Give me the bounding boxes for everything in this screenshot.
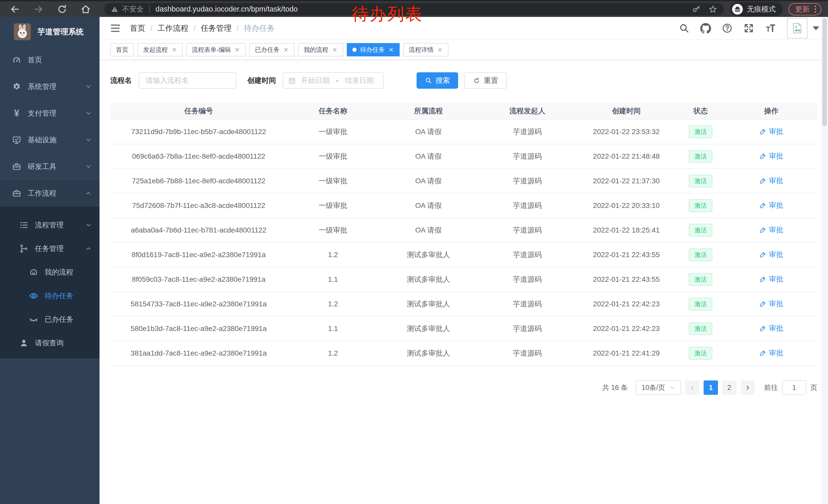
cell-task-name: 1.2 — [287, 242, 379, 267]
process-name-label: 流程名 — [110, 76, 132, 85]
approve-link[interactable]: 审批 — [759, 127, 783, 136]
close-icon[interactable] — [283, 47, 289, 53]
cell-action: 审批 — [726, 341, 817, 366]
eye-closed-icon — [29, 315, 38, 324]
edit-pencil-icon — [759, 202, 767, 209]
cell-status: 激活 — [676, 242, 726, 267]
next-page-button[interactable] — [741, 380, 755, 395]
cell-task-name: 一级审批 — [287, 120, 379, 144]
approve-link[interactable]: 审批 — [759, 250, 783, 260]
approve-link[interactable]: 审批 — [759, 151, 783, 161]
cell-created: 2022-01-22 23:53:32 — [577, 120, 676, 144]
font-size-icon[interactable] — [765, 23, 776, 34]
page-button-1[interactable]: 1 — [704, 380, 718, 395]
cell-task-id: 58154733-7ac8-11ec-a9e2-a2380e71991a — [110, 292, 287, 316]
browser-update-button[interactable]: 更新 — [788, 3, 821, 15]
sidebar-item-payment[interactable]: ¥ 支付管理 — [0, 100, 99, 127]
sidebar-item-infrastructure[interactable]: 基础设施 — [0, 127, 99, 153]
fullscreen-icon[interactable] — [743, 23, 754, 34]
browser-home-icon[interactable] — [81, 4, 91, 14]
tab-my-process[interactable]: 我的流程 — [298, 43, 343, 56]
browser-menu-icon[interactable] — [815, 6, 816, 13]
cell-process: OA 请假 — [379, 169, 478, 193]
sidebar-item-todo-tasks[interactable]: 待办任务 — [0, 284, 99, 308]
reset-button[interactable]: 重置 — [464, 72, 507, 89]
approve-link[interactable]: 审批 — [759, 225, 783, 235]
sidebar-fold-icon[interactable] — [110, 23, 121, 34]
sidebar-item-my-process[interactable]: 我的流程 — [0, 261, 99, 284]
close-icon[interactable] — [235, 47, 240, 53]
page-scrollbar[interactable] — [821, 17, 828, 504]
approve-link[interactable]: 审批 — [759, 200, 783, 210]
approve-link[interactable]: 审批 — [759, 324, 783, 333]
approve-link[interactable]: 审批 — [759, 299, 783, 309]
total-count: 共 16 条 — [602, 383, 628, 392]
search-icon[interactable] — [679, 23, 690, 34]
process-name-input[interactable] — [138, 72, 237, 89]
logo-rabbit-image — [14, 23, 31, 40]
help-icon[interactable] — [722, 23, 733, 34]
browser-forward-icon[interactable] — [33, 4, 44, 14]
tab-done-tasks[interactable]: 已办任务 — [249, 43, 294, 56]
avatar-caret-icon[interactable] — [813, 27, 819, 30]
cell-process: 测试多审批人 — [379, 292, 478, 316]
approve-link[interactable]: 审批 — [759, 176, 783, 186]
page-button-2[interactable]: 2 — [722, 380, 736, 395]
sidebar-item-process-management[interactable]: 流程管理 — [0, 213, 99, 237]
approve-link[interactable]: 审批 — [759, 348, 783, 358]
user-icon — [19, 338, 29, 348]
date-range-picker[interactable]: 开始日期 - 结束日期 — [283, 72, 384, 89]
breadcrumb-home[interactable]: 首页 — [130, 23, 145, 34]
edit-pencil-icon — [759, 128, 767, 135]
sidebar-item-task-management[interactable]: 任务管理 — [0, 237, 99, 261]
status-badge: 激活 — [689, 224, 712, 237]
scrollbar-thumb[interactable] — [822, 18, 827, 126]
chevron-down-icon — [85, 110, 92, 117]
start-date-placeholder[interactable]: 开始日期 — [296, 76, 334, 85]
sidebar-item-home[interactable]: 首页 — [0, 47, 99, 73]
cell-initiator: 芋道源码 — [478, 120, 577, 144]
breadcrumb-task-management[interactable]: 任务管理 — [201, 23, 232, 34]
pagination: 共 16 条 10条/页 1 2 前往 页 — [110, 380, 817, 395]
bookmark-star-icon[interactable] — [708, 5, 717, 13]
sidebar-item-workflow[interactable]: 工作流程 — [0, 180, 99, 207]
tab-home[interactable]: 首页 — [110, 43, 134, 56]
search-button[interactable]: 搜索 — [417, 72, 458, 89]
status-badge: 激活 — [689, 125, 712, 138]
tab-process-detail[interactable]: 流程详情 — [403, 43, 448, 56]
cell-status: 激活 — [676, 341, 726, 366]
breadcrumb-workflow[interactable]: 工作流程 — [158, 23, 188, 34]
end-date-placeholder[interactable]: 结束日期 — [340, 76, 379, 85]
sidebar-item-leave-query[interactable]: 请假查询 — [0, 331, 99, 355]
address-bar[interactable]: 不安全 dashboard.yudao.iocoder.cn/bpm/task/… — [104, 3, 724, 15]
approve-link[interactable]: 审批 — [759, 274, 783, 284]
cell-task-name: 一级审批 — [287, 169, 379, 193]
tab-process-form-edit[interactable]: 流程表单-编辑 — [186, 43, 246, 56]
chevron-down-icon — [85, 137, 92, 143]
browser-reload-icon[interactable] — [57, 4, 67, 14]
close-icon[interactable] — [171, 47, 177, 53]
close-icon[interactable] — [332, 47, 338, 53]
prev-page-button[interactable] — [685, 380, 700, 395]
sidebar-item-devtools[interactable]: 研发工具 — [0, 153, 99, 180]
list-icon — [19, 220, 29, 230]
table-row: 73211d9d-7b9b-11ec-b5b7-acde48001122 一级审… — [110, 120, 817, 144]
github-icon[interactable] — [700, 23, 711, 34]
browser-back-icon[interactable] — [10, 4, 20, 14]
sidebar-item-done-tasks[interactable]: 已办任务 — [0, 308, 99, 331]
close-icon[interactable] — [388, 47, 394, 53]
goto-page-input[interactable] — [782, 380, 806, 395]
table-row: 069c6a63-7b8a-11ec-8ef0-acde48001122 一级审… — [110, 144, 817, 169]
page-size-select[interactable]: 10条/页 — [636, 380, 681, 395]
tab-start-process[interactable]: 发起流程 — [137, 43, 182, 56]
avatar[interactable] — [787, 18, 808, 39]
tab-todo-tasks[interactable]: 待办任务 — [347, 43, 400, 56]
close-icon[interactable] — [437, 47, 443, 53]
cell-process: OA 请假 — [379, 193, 478, 218]
cell-created: 2022-01-21 22:43:55 — [577, 267, 676, 292]
app-logo[interactable]: 芋道管理系统 — [0, 17, 99, 47]
chevron-down-icon — [85, 222, 92, 228]
sidebar-item-system[interactable]: 系统管理 — [0, 73, 99, 100]
key-icon[interactable] — [692, 5, 701, 13]
cell-process: 测试多审批人 — [379, 242, 478, 267]
